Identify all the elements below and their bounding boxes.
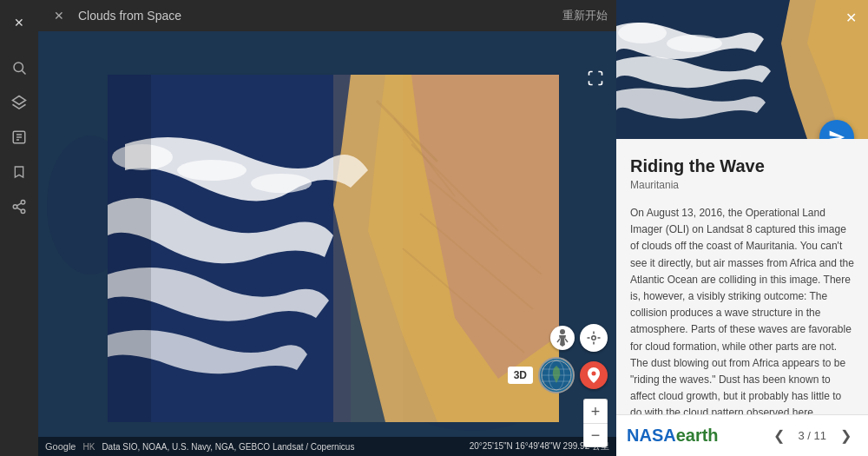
globe-btn[interactable] — [538, 357, 575, 393]
controls-mid-row: 3D — [508, 357, 608, 393]
share-icon[interactable] — [3, 191, 35, 222]
bookmark-icon[interactable] — [3, 156, 35, 188]
panel-footer: NASAearth ❮ 3 / 11 ❯ — [616, 414, 868, 456]
location-pin-btn[interactable] — [580, 361, 608, 389]
svg-rect-29 — [333, 75, 403, 422]
news-icon[interactable] — [3, 122, 35, 153]
svg-point-7 — [21, 201, 25, 205]
earth-text: earth — [676, 426, 719, 445]
pegman-btn[interactable] — [550, 326, 575, 350]
controls-top-row — [550, 324, 608, 352]
page-count: 3 / 11 — [798, 429, 826, 442]
next-btn[interactable]: ❯ — [833, 424, 858, 448]
panel-heading: Riding the Wave — [630, 156, 854, 176]
svg-marker-30 — [108, 75, 151, 422]
svg-line-11 — [16, 203, 21, 206]
location-btn[interactable] — [580, 324, 608, 352]
zoom-in-btn[interactable]: + — [583, 399, 608, 423]
nasa-earth-logo: NASAearth — [627, 426, 719, 446]
pagination: ❮ 3 / 11 ❯ — [766, 424, 858, 448]
zoom-controls: + − — [583, 399, 608, 447]
panel-description: On August 13, 2016, the Operational Land… — [630, 205, 854, 414]
svg-point-27 — [177, 160, 247, 181]
svg-point-38 — [592, 372, 596, 376]
titlebar-title: Clouds from Space — [78, 9, 562, 23]
map-controls: 3D — [508, 324, 608, 447]
google-logo: Google — [45, 441, 76, 452]
layers-icon[interactable] — [3, 87, 35, 118]
close-icon[interactable]: ✕ — [3, 7, 35, 38]
svg-point-8 — [13, 205, 17, 209]
svg-point-0 — [14, 63, 23, 72]
svg-marker-2 — [13, 96, 26, 105]
panel-image: ✕ — [616, 0, 868, 139]
svg-point-31 — [560, 329, 565, 334]
btn-3d[interactable]: 3D — [508, 367, 533, 384]
prev-btn[interactable]: ❮ — [766, 424, 791, 448]
expand-icon[interactable] — [587, 69, 604, 91]
restart-btn[interactable]: 重新开始 — [562, 8, 608, 23]
zoom-out-btn[interactable]: − — [583, 423, 608, 447]
titlebar-close-btn[interactable]: ✕ — [47, 3, 71, 28]
svg-point-42 — [618, 23, 667, 43]
svg-point-32 — [592, 336, 596, 340]
nasa-text: NASA — [627, 426, 676, 445]
svg-line-1 — [22, 70, 25, 74]
right-panel: ✕ Riding the Wave Mauritania On August 1… — [616, 0, 868, 456]
svg-point-28 — [251, 174, 312, 193]
panel-close-btn[interactable]: ✕ — [840, 7, 861, 28]
svg-point-43 — [667, 35, 722, 52]
hk-label: HK — [82, 442, 95, 452]
svg-point-9 — [21, 209, 25, 214]
panel-content: Riding the Wave Mauritania On August 13,… — [616, 139, 868, 414]
data-attribution: Data SIO, NOAA, U.S. Navy, NGA, GEBCO La… — [102, 442, 354, 452]
satellite-image — [108, 75, 559, 422]
sidebar: ✕ — [0, 0, 38, 456]
search-icon[interactable] — [3, 52, 35, 83]
title-bar: ✕ Clouds from Space 重新开始 — [38, 0, 616, 31]
svg-line-10 — [16, 208, 21, 210]
map-background: 3D — [38, 31, 616, 456]
panel-subheading: Mauritania — [630, 179, 854, 191]
map-area[interactable]: ✕ Clouds from Space 重新开始 — [38, 0, 616, 456]
